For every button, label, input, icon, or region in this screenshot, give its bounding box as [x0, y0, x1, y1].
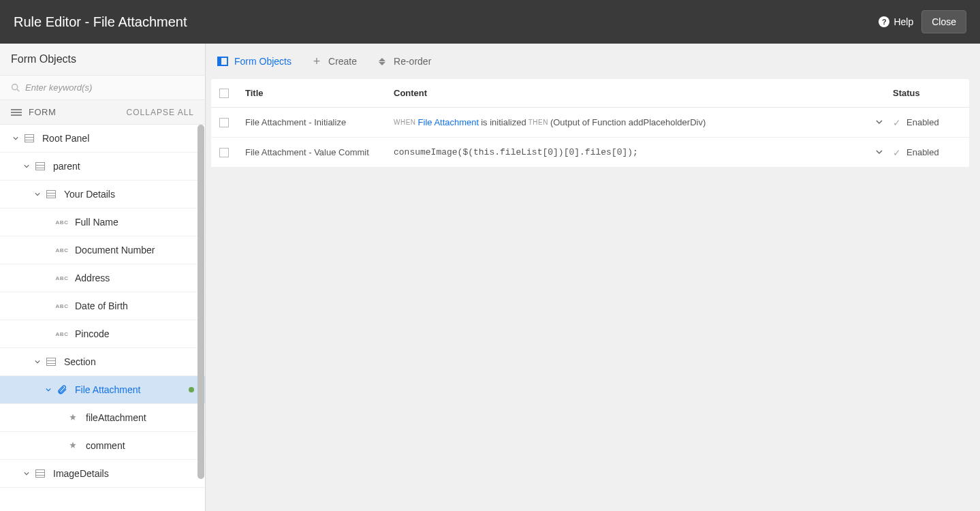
table-row[interactable]: File Attachment - Value Commit consumeIm…	[211, 138, 969, 168]
tree-scrollbar[interactable]	[197, 125, 204, 479]
check-icon: ✓	[893, 147, 901, 158]
form-tree: Root Panel parent Your Details ABC Full …	[0, 125, 205, 511]
toolbar-create[interactable]: + Create	[311, 55, 357, 67]
tree-label: Your Details	[64, 189, 115, 200]
when-keyword: WHEN	[394, 119, 416, 126]
tree-item-section[interactable]: Section	[0, 348, 205, 376]
left-panel: Form Objects FORM COLLAPSE ALL Root Pa	[0, 44, 206, 511]
panel-icon	[23, 134, 35, 143]
toolbar-reorder[interactable]: Re-order	[376, 55, 431, 67]
search-input[interactable]	[25, 82, 194, 93]
toolbar-label: Re-order	[394, 56, 431, 67]
panel-icon	[45, 357, 57, 367]
collapse-all-button[interactable]: COLLAPSE ALL	[127, 108, 194, 117]
toolbar-label: Create	[328, 56, 357, 67]
chevron-down-icon[interactable]	[876, 147, 883, 157]
rules-table-area: Title Content Status File Attachment - I…	[206, 79, 980, 511]
text-field-icon: ABC	[56, 217, 68, 227]
chevron-down-icon[interactable]	[12, 135, 19, 142]
content-text: (Output of Function addPlaceholderDiv)	[550, 117, 706, 127]
app-header: Rule Editor - File Attachment ? Help Clo…	[0, 0, 980, 44]
text-field-icon: ABC	[56, 301, 68, 311]
chevron-down-icon[interactable]	[23, 163, 30, 170]
tree-label: ImageDetails	[53, 468, 109, 479]
toolbar-form-objects[interactable]: Form Objects	[217, 55, 291, 67]
form-bar: FORM COLLAPSE ALL	[0, 100, 205, 125]
row-title: File Attachment - Initialize	[245, 117, 394, 127]
panel-icon	[45, 189, 57, 199]
row-status: ✓ Enabled	[893, 117, 961, 128]
header-content: Content	[394, 88, 866, 98]
tree-item-file-attachment-child[interactable]: fileAttachment	[0, 404, 205, 432]
close-button[interactable]: Close	[921, 10, 966, 33]
header-actions: ? Help Close	[879, 10, 966, 33]
search-icon	[11, 83, 20, 92]
tree-item-document-number[interactable]: ABC Document Number	[0, 236, 205, 264]
left-panel-title: Form Objects	[0, 44, 205, 76]
tree-label: Full Name	[75, 217, 118, 228]
help-icon: ?	[879, 16, 889, 27]
chevron-down-icon[interactable]	[23, 470, 30, 477]
rules-table: Title Content Status File Attachment - I…	[211, 79, 969, 168]
active-indicator-icon	[189, 387, 194, 392]
tree-label: Pincode	[75, 328, 110, 339]
table-row[interactable]: File Attachment - Initialize WHEN File A…	[211, 108, 969, 138]
check-icon: ✓	[893, 117, 901, 128]
tree-item-date-of-birth[interactable]: ABC Date of Birth	[0, 292, 205, 320]
tree-label: fileAttachment	[86, 412, 146, 423]
tree-label: File Attachment	[75, 384, 141, 395]
toolbar-label: Form Objects	[234, 56, 291, 67]
chevron-down-icon[interactable]	[876, 117, 883, 127]
tree-label: comment	[86, 440, 125, 451]
tree-label: Section	[64, 356, 96, 367]
form-label: FORM	[29, 107, 56, 117]
tree-item-pincode[interactable]: ABC Pincode	[0, 320, 205, 348]
content-text: is initialized	[481, 117, 526, 127]
then-keyword: THEN	[528, 119, 548, 126]
text-field-icon: ABC	[56, 273, 68, 283]
form-objects-icon	[217, 55, 229, 67]
tree-item-parent[interactable]: parent	[0, 153, 205, 181]
search-box	[0, 76, 205, 100]
row-checkbox[interactable]	[219, 148, 229, 157]
tree-item-image-details[interactable]: ImageDetails	[0, 460, 205, 488]
header-status: Status	[893, 88, 961, 98]
tree-label: Date of Birth	[75, 300, 128, 311]
tree-item-your-details[interactable]: Your Details	[0, 181, 205, 208]
reorder-icon	[376, 55, 388, 67]
header-title: Title	[245, 88, 394, 98]
panel-icon	[34, 161, 46, 171]
tree-label: Root Panel	[42, 133, 89, 144]
text-field-icon: ABC	[56, 245, 68, 255]
help-label: Help	[894, 16, 913, 27]
star-icon	[67, 441, 79, 450]
form-icon	[11, 109, 22, 116]
tree-item-root-panel[interactable]: Root Panel	[0, 125, 205, 153]
row-content: WHEN File Attachment is initialized THEN…	[394, 117, 866, 127]
tree-item-comment[interactable]: comment	[0, 432, 205, 460]
chevron-down-icon[interactable]	[34, 358, 41, 365]
chevron-down-icon[interactable]	[45, 386, 52, 393]
content-link[interactable]: File Attachment	[418, 117, 479, 127]
panel-icon	[34, 469, 46, 478]
help-button[interactable]: ? Help	[879, 16, 913, 27]
status-label: Enabled	[906, 147, 939, 157]
tree-item-address[interactable]: ABC Address	[0, 264, 205, 292]
main-container: Form Objects FORM COLLAPSE ALL Root Pa	[0, 44, 980, 511]
star-icon	[67, 413, 79, 422]
tree-label: parent	[53, 161, 80, 172]
right-panel: Form Objects + Create Re-order Title Con…	[206, 44, 980, 511]
row-checkbox[interactable]	[219, 118, 229, 127]
tree-label: Document Number	[75, 245, 155, 256]
row-status: ✓ Enabled	[893, 147, 961, 158]
toolbar: Form Objects + Create Re-order	[206, 44, 980, 79]
page-title: Rule Editor - File Attachment	[14, 14, 187, 30]
form-label-group: FORM	[11, 107, 56, 117]
chevron-down-icon[interactable]	[34, 191, 41, 198]
tree-item-full-name[interactable]: ABC Full Name	[0, 208, 205, 236]
tree-item-file-attachment[interactable]: File Attachment	[0, 376, 205, 404]
svg-line-1	[17, 89, 19, 91]
select-all-checkbox[interactable]	[219, 89, 229, 98]
status-label: Enabled	[906, 117, 939, 127]
tree-label: Address	[75, 273, 110, 283]
